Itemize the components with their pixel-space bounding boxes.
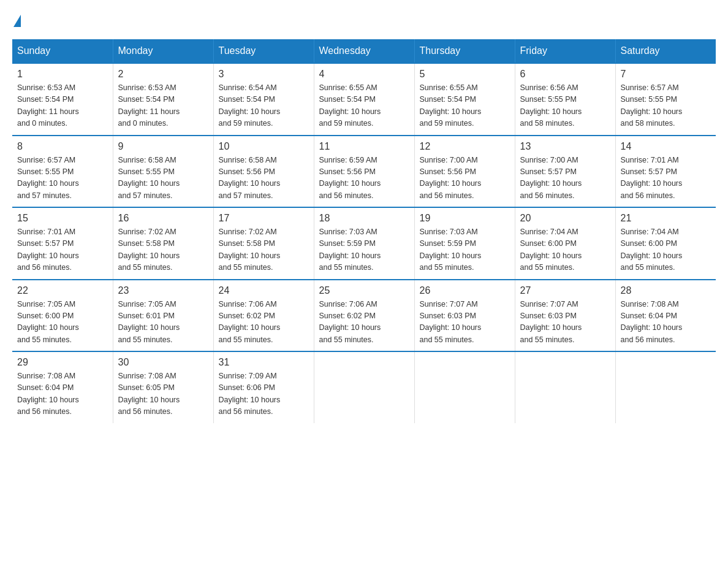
header-wednesday: Wednesday <box>314 39 414 63</box>
day-number: 8 <box>17 141 108 152</box>
day-number: 27 <box>520 285 610 296</box>
calendar-cell: 10Sunrise: 6:58 AMSunset: 5:56 PMDayligh… <box>213 136 314 208</box>
week-row-2: 8Sunrise: 6:57 AMSunset: 5:55 PMDaylight… <box>12 136 716 208</box>
logo <box>12 12 21 27</box>
day-info: Sunrise: 7:05 AMSunset: 6:00 PMDaylight:… <box>17 299 108 347</box>
week-row-4: 22Sunrise: 7:05 AMSunset: 6:00 PMDayligh… <box>12 280 716 352</box>
day-number: 17 <box>219 213 309 224</box>
day-number: 18 <box>319 213 409 224</box>
day-info: Sunrise: 6:53 AMSunset: 5:54 PMDaylight:… <box>118 82 208 130</box>
week-row-5: 29Sunrise: 7:08 AMSunset: 6:04 PMDayligh… <box>12 351 716 423</box>
calendar-cell: 8Sunrise: 6:57 AMSunset: 5:55 PMDaylight… <box>12 136 113 208</box>
day-number: 26 <box>420 285 510 296</box>
week-row-1: 1Sunrise: 6:53 AMSunset: 5:54 PMDaylight… <box>12 63 716 136</box>
header-sunday: Sunday <box>12 39 113 63</box>
day-number: 28 <box>621 285 711 296</box>
day-info: Sunrise: 6:57 AMSunset: 5:55 PMDaylight:… <box>17 155 108 202</box>
day-number: 19 <box>420 213 510 224</box>
calendar-cell: 9Sunrise: 6:58 AMSunset: 5:55 PMDaylight… <box>113 136 213 208</box>
calendar-cell: 28Sunrise: 7:08 AMSunset: 6:04 PMDayligh… <box>615 280 716 352</box>
calendar-cell: 22Sunrise: 7:05 AMSunset: 6:00 PMDayligh… <box>12 280 113 352</box>
calendar-cell: 11Sunrise: 6:59 AMSunset: 5:56 PMDayligh… <box>314 136 414 208</box>
day-info: Sunrise: 7:04 AMSunset: 6:00 PMDaylight:… <box>621 226 711 274</box>
day-info: Sunrise: 7:05 AMSunset: 6:01 PMDaylight:… <box>118 299 208 347</box>
day-info: Sunrise: 6:58 AMSunset: 5:56 PMDaylight:… <box>219 155 309 202</box>
day-number: 31 <box>219 357 309 368</box>
day-number: 2 <box>118 69 208 80</box>
day-info: Sunrise: 7:07 AMSunset: 6:03 PMDaylight:… <box>520 299 610 347</box>
calendar-cell: 2Sunrise: 6:53 AMSunset: 5:54 PMDaylight… <box>113 63 213 136</box>
day-info: Sunrise: 6:55 AMSunset: 5:54 PMDaylight:… <box>420 82 510 130</box>
calendar-cell: 6Sunrise: 6:56 AMSunset: 5:55 PMDaylight… <box>515 63 615 136</box>
calendar-table: SundayMondayTuesdayWednesdayThursdayFrid… <box>12 39 716 423</box>
header-tuesday: Tuesday <box>213 39 314 63</box>
day-info: Sunrise: 7:02 AMSunset: 5:58 PMDaylight:… <box>219 226 309 274</box>
calendar-cell: 31Sunrise: 7:09 AMSunset: 6:06 PMDayligh… <box>213 351 314 423</box>
page-header <box>12 12 716 27</box>
calendar-cell: 1Sunrise: 6:53 AMSunset: 5:54 PMDaylight… <box>12 63 113 136</box>
header-saturday: Saturday <box>615 39 716 63</box>
day-number: 13 <box>520 141 610 152</box>
day-number: 24 <box>219 285 309 296</box>
day-info: Sunrise: 6:59 AMSunset: 5:56 PMDaylight:… <box>319 155 409 202</box>
day-number: 11 <box>319 141 409 152</box>
day-number: 4 <box>319 69 409 80</box>
calendar-cell: 3Sunrise: 6:54 AMSunset: 5:54 PMDaylight… <box>213 63 314 136</box>
calendar-cell <box>314 351 414 423</box>
calendar-cell <box>414 351 515 423</box>
calendar-cell: 4Sunrise: 6:55 AMSunset: 5:54 PMDaylight… <box>314 63 414 136</box>
day-info: Sunrise: 6:55 AMSunset: 5:54 PMDaylight:… <box>319 82 409 130</box>
day-number: 25 <box>319 285 409 296</box>
calendar-cell: 5Sunrise: 6:55 AMSunset: 5:54 PMDaylight… <box>414 63 515 136</box>
calendar-cell: 18Sunrise: 7:03 AMSunset: 5:59 PMDayligh… <box>314 207 414 280</box>
calendar-cell: 13Sunrise: 7:00 AMSunset: 5:57 PMDayligh… <box>515 136 615 208</box>
calendar-cell: 26Sunrise: 7:07 AMSunset: 6:03 PMDayligh… <box>414 280 515 352</box>
header-friday: Friday <box>515 39 615 63</box>
day-number: 6 <box>520 69 610 80</box>
calendar-cell <box>615 351 716 423</box>
day-number: 1 <box>17 69 108 80</box>
day-number: 3 <box>219 69 309 80</box>
day-number: 9 <box>118 141 208 152</box>
calendar-cell: 27Sunrise: 7:07 AMSunset: 6:03 PMDayligh… <box>515 280 615 352</box>
day-number: 20 <box>520 213 610 224</box>
day-number: 15 <box>17 213 108 224</box>
day-info: Sunrise: 7:03 AMSunset: 5:59 PMDaylight:… <box>420 226 510 274</box>
calendar-cell <box>515 351 615 423</box>
header-monday: Monday <box>113 39 213 63</box>
day-info: Sunrise: 6:54 AMSunset: 5:54 PMDaylight:… <box>219 82 309 130</box>
day-number: 30 <box>118 357 208 368</box>
logo-triangle-icon <box>13 15 21 27</box>
day-info: Sunrise: 6:56 AMSunset: 5:55 PMDaylight:… <box>520 82 610 130</box>
day-info: Sunrise: 6:57 AMSunset: 5:55 PMDaylight:… <box>621 82 711 130</box>
calendar-cell: 29Sunrise: 7:08 AMSunset: 6:04 PMDayligh… <box>12 351 113 423</box>
calendar-cell: 7Sunrise: 6:57 AMSunset: 5:55 PMDaylight… <box>615 63 716 136</box>
day-info: Sunrise: 6:58 AMSunset: 5:55 PMDaylight:… <box>118 155 208 202</box>
calendar-cell: 16Sunrise: 7:02 AMSunset: 5:58 PMDayligh… <box>113 207 213 280</box>
day-info: Sunrise: 7:01 AMSunset: 5:57 PMDaylight:… <box>17 226 108 274</box>
calendar-cell: 23Sunrise: 7:05 AMSunset: 6:01 PMDayligh… <box>113 280 213 352</box>
day-number: 10 <box>219 141 309 152</box>
day-info: Sunrise: 7:09 AMSunset: 6:06 PMDaylight:… <box>219 370 309 418</box>
calendar-cell: 24Sunrise: 7:06 AMSunset: 6:02 PMDayligh… <box>213 280 314 352</box>
calendar-cell: 12Sunrise: 7:00 AMSunset: 5:56 PMDayligh… <box>414 136 515 208</box>
day-number: 22 <box>17 285 108 296</box>
day-number: 29 <box>17 357 108 368</box>
day-number: 12 <box>420 141 510 152</box>
day-number: 5 <box>420 69 510 80</box>
day-info: Sunrise: 7:03 AMSunset: 5:59 PMDaylight:… <box>319 226 409 274</box>
calendar-cell: 20Sunrise: 7:04 AMSunset: 6:00 PMDayligh… <box>515 207 615 280</box>
day-number: 7 <box>621 69 711 80</box>
calendar-body: 1Sunrise: 6:53 AMSunset: 5:54 PMDaylight… <box>12 63 716 423</box>
day-info: Sunrise: 7:00 AMSunset: 5:56 PMDaylight:… <box>420 155 510 202</box>
day-number: 21 <box>621 213 711 224</box>
day-number: 16 <box>118 213 208 224</box>
day-info: Sunrise: 7:08 AMSunset: 6:05 PMDaylight:… <box>118 370 208 418</box>
calendar-cell: 30Sunrise: 7:08 AMSunset: 6:05 PMDayligh… <box>113 351 213 423</box>
calendar-cell: 14Sunrise: 7:01 AMSunset: 5:57 PMDayligh… <box>615 136 716 208</box>
calendar-cell: 25Sunrise: 7:06 AMSunset: 6:02 PMDayligh… <box>314 280 414 352</box>
day-info: Sunrise: 6:53 AMSunset: 5:54 PMDaylight:… <box>17 82 108 130</box>
day-number: 14 <box>621 141 711 152</box>
calendar-header: SundayMondayTuesdayWednesdayThursdayFrid… <box>12 39 716 63</box>
calendar-cell: 17Sunrise: 7:02 AMSunset: 5:58 PMDayligh… <box>213 207 314 280</box>
